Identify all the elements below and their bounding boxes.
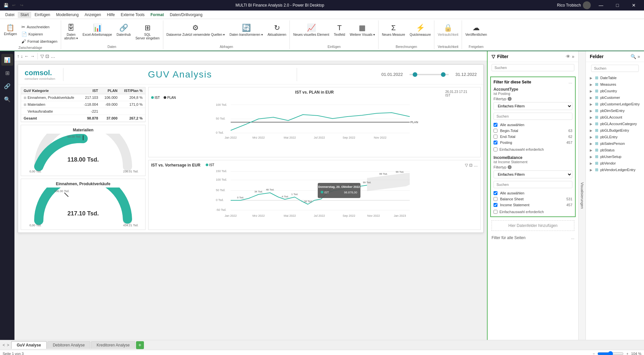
expand-arrow[interactable]: ▶ xyxy=(590,168,592,172)
undo-btn[interactable]: ↩ xyxy=(11,2,17,9)
expand-arrow[interactable]: ▶ xyxy=(590,162,592,165)
filter-item-alle2[interactable]: Alle auswählen xyxy=(494,190,572,196)
expand-arrow[interactable]: ▶ xyxy=(590,148,592,152)
filter-item-posting[interactable]: Posting 457 xyxy=(494,140,572,145)
filter-item-alle1[interactable]: Alle auswählen xyxy=(494,122,572,128)
zoom-slider[interactable] xyxy=(597,351,624,355)
expand-arrow[interactable]: ▶ xyxy=(590,76,592,80)
neues-measure-btn[interactable]: Σ Neues Measure xyxy=(380,22,407,38)
add-fields-btn[interactable]: Hier Datenfelder hinzufügen xyxy=(492,220,574,231)
filter-all-pages-more[interactable]: ... xyxy=(571,235,574,240)
checkbox-begin-total[interactable] xyxy=(494,129,497,133)
income-balance-dropdown[interactable]: Einfaches Filtern xyxy=(494,170,572,178)
expand-arrow[interactable]: ▶ xyxy=(590,96,592,100)
filter-item-balance-sheet[interactable]: Balance Sheet 531 xyxy=(494,196,572,202)
tab-nav-next[interactable]: > xyxy=(7,343,9,347)
field-pbDimSetEntry[interactable]: ▶ ⊞ pbDimSetEntry xyxy=(586,107,644,114)
expand-icon2[interactable]: ⊡ xyxy=(469,163,472,167)
table-row[interactable]: Gesamt 98.878 37.000 267,2 % xyxy=(21,115,145,122)
field-pbVendor[interactable]: ▶ ⊞ pbVendor xyxy=(586,160,644,166)
aktualisieren-btn[interactable]: ↻ Aktualisieren xyxy=(265,22,288,38)
filter-icon2[interactable]: ▽ xyxy=(465,163,468,167)
menu-format[interactable]: Format xyxy=(148,11,167,18)
filter-item-end-total[interactable]: End-Total 62 xyxy=(494,134,572,140)
checkbox-end-total[interactable] xyxy=(494,135,497,139)
field-pbSalesPerson[interactable]: ▶ ⊞ pbSalesPerson xyxy=(586,140,644,147)
fields-expand-btn[interactable]: » xyxy=(637,54,640,59)
field-pbGLAccount[interactable]: ▶ ⊞ pbGLAccount xyxy=(586,114,644,121)
filter-expand-btn[interactable]: » xyxy=(572,54,574,59)
field-pbVendorLedgerEntry[interactable]: ▶ ⊞ pbVendorLedgerEntry xyxy=(586,166,644,173)
account-type-search[interactable] xyxy=(494,113,572,120)
excel-btn[interactable]: 📊 Excel-Arbeits­mappe xyxy=(80,22,114,38)
daten-abrufen-btn[interactable]: 🗄 Datenabrufen ▾ xyxy=(62,22,80,41)
menu-hilfe[interactable]: Hilfe xyxy=(104,11,118,18)
income-balance-search[interactable] xyxy=(494,181,572,188)
transform-btn[interactable]: 🔄 Daten transformieren ▾ xyxy=(227,22,265,38)
filter-icon[interactable]: ▽ xyxy=(40,54,44,59)
nav-down-icon[interactable]: ↓ xyxy=(21,54,23,59)
more-options-icon[interactable]: … xyxy=(51,54,55,59)
tab-nav-prev[interactable]: < xyxy=(3,343,5,347)
menu-daten-drillvorgang[interactable]: Daten/Drillvorgang xyxy=(167,11,205,18)
expand-icon[interactable]: ⊞ xyxy=(24,103,26,106)
quickmeasure-btn[interactable]: ⚡ Quick­measure xyxy=(408,22,433,38)
filter-visibility-btn[interactable]: 👁 xyxy=(566,54,570,59)
filter-item-begin-total[interactable]: Begin-Total 63 xyxy=(494,128,572,134)
zoom-in-btn[interactable]: + xyxy=(625,352,630,355)
field-pbCustomer[interactable]: ▶ ⊞ pbCustomer xyxy=(586,94,644,101)
checkbox-balance-sheet[interactable] xyxy=(494,197,497,201)
menu-anzeigen[interactable]: Anzeigen xyxy=(82,11,104,18)
datenhub-btn[interactable]: 🔗 Datenhub xyxy=(115,22,133,38)
expand-arrow[interactable]: ▶ xyxy=(590,83,592,86)
vertraulichkeit-btn[interactable]: 🔒 Vertraulich­keit xyxy=(436,22,460,38)
slider-thumb-right[interactable] xyxy=(441,72,446,77)
sidebar-model-icon[interactable]: 🔗 xyxy=(1,80,13,92)
menu-modellierung[interactable]: Modellierung xyxy=(54,11,81,18)
neues-visuelles-btn[interactable]: 📈 Neues visuelles Element xyxy=(291,22,331,38)
copy-btn[interactable]: 📄 Kopieren xyxy=(20,31,58,37)
single-req-checkbox2[interactable] xyxy=(494,210,497,214)
field-pbGLBudgetEntry[interactable]: ▶ ⊞ pbGLBudgetEntry xyxy=(586,127,644,134)
maximize-btn[interactable]: □ xyxy=(610,0,625,11)
tab-add-btn[interactable]: + xyxy=(136,341,144,349)
sidebar-report-icon[interactable]: 📊 xyxy=(1,54,13,66)
checkbox-posting[interactable] xyxy=(494,141,497,144)
expand-arrow[interactable]: ▶ xyxy=(590,89,592,93)
fit-page-icon[interactable]: ⊡ xyxy=(45,54,49,59)
sidebar-data-icon[interactable]: ⊞ xyxy=(1,67,13,79)
expand-arrow[interactable]: ▶ xyxy=(590,116,592,119)
paste-btn[interactable]: 📋 Einfügen xyxy=(2,22,19,37)
close-btn[interactable]: ✕ xyxy=(626,0,641,11)
fields-search-input[interactable] xyxy=(591,65,639,72)
veroeffentlichen-btn[interactable]: ☁ Veröffent­lichen xyxy=(463,22,489,38)
nav-prev-icon[interactable]: ← xyxy=(24,54,29,59)
more-icon2[interactable]: … xyxy=(474,163,478,167)
table-row[interactable]: ⊞Einnahmen, Produktverkäufe 217.103 106.… xyxy=(21,94,145,101)
expand-arrow[interactable]: ▶ xyxy=(590,122,592,126)
checkbox-income-statement[interactable] xyxy=(494,203,497,207)
single-req-checkbox1[interactable] xyxy=(494,147,497,151)
expand-arrow[interactable]: ▶ xyxy=(590,135,592,139)
minimize-btn[interactable]: — xyxy=(593,0,609,11)
page-filter-more[interactable]: … xyxy=(568,80,572,84)
account-type-dropdown[interactable]: Einfaches Filtern xyxy=(494,102,572,110)
checkbox-alle1[interactable] xyxy=(494,123,497,127)
nav-up-icon[interactable]: ↑ xyxy=(17,54,19,59)
expand-arrow[interactable]: ▶ xyxy=(590,109,592,113)
field-pbUserSetup[interactable]: ▶ ⊞ pbUserSetup xyxy=(586,153,644,160)
redo-btn[interactable]: ↪ xyxy=(18,2,25,9)
zoom-out-btn[interactable]: − xyxy=(591,352,596,355)
tab-debitoren-analyse[interactable]: Debitoren Analyse xyxy=(47,341,90,349)
field-pbStatus[interactable]: ▶ ⊞ pbStatus xyxy=(586,147,644,153)
tab-guv-analyse[interactable]: GuV Analyse xyxy=(11,341,47,349)
save-btn[interactable]: 💾 xyxy=(3,2,9,9)
table-row[interactable]: ⊞Materialien -118.004 -69.000 171,0 % xyxy=(21,101,145,108)
field-pbGLEntry[interactable]: ▶ ⊞ pbGLEntry xyxy=(586,134,644,140)
expand-arrow[interactable]: ▶ xyxy=(590,142,592,145)
filter-search-input[interactable] xyxy=(492,64,574,71)
menu-externe-tools[interactable]: Externe Tools xyxy=(118,11,148,18)
visualizations-panel[interactable]: Visualisierungen xyxy=(578,51,586,340)
menu-datei[interactable]: Datei xyxy=(3,11,17,18)
menu-start[interactable]: Start xyxy=(18,11,31,18)
